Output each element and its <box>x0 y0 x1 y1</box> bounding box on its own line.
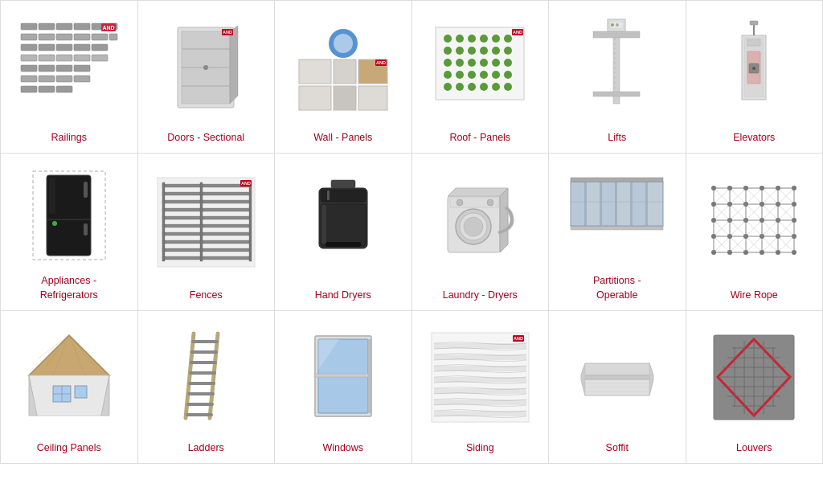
card-label-fences: Fences <box>190 289 223 303</box>
svg-rect-23 <box>39 65 55 72</box>
svg-point-82 <box>480 83 488 91</box>
svg-rect-3 <box>74 23 90 30</box>
card-image-siding: AND <box>419 321 543 435</box>
svg-rect-27 <box>39 76 55 82</box>
card-louvers[interactable]: Louvers <box>686 311 824 464</box>
card-railings[interactable]: AND Railings <box>1 1 138 154</box>
svg-point-74 <box>456 71 464 79</box>
card-partitions-operable[interactable]: Partitions - Operable <box>549 154 686 311</box>
svg-text:AND: AND <box>102 25 114 31</box>
card-label-ladders: Ladders <box>188 441 224 456</box>
card-roof-panels[interactable]: AND Roof - Panels <box>412 1 550 154</box>
svg-point-80 <box>456 83 464 91</box>
card-label-soffit: Soffit <box>606 441 629 456</box>
svg-rect-109 <box>49 178 55 214</box>
svg-point-73 <box>444 71 452 79</box>
svg-rect-114 <box>162 208 250 211</box>
svg-rect-8 <box>56 34 72 40</box>
card-image-roof-panels: AND <box>419 10 543 125</box>
svg-point-138 <box>464 217 483 236</box>
card-image-ceiling-panels <box>7 321 131 435</box>
svg-rect-122 <box>200 182 203 261</box>
svg-point-81 <box>468 83 476 91</box>
svg-point-78 <box>504 71 512 79</box>
card-image-partitions-operable <box>555 163 679 268</box>
svg-text:AND: AND <box>376 60 386 65</box>
svg-rect-146 <box>616 182 631 226</box>
svg-rect-13 <box>39 44 55 51</box>
svg-rect-123 <box>249 182 252 261</box>
svg-rect-131 <box>327 191 330 200</box>
svg-rect-130 <box>321 205 326 244</box>
svg-marker-237 <box>29 335 109 375</box>
svg-point-63 <box>468 47 476 55</box>
svg-rect-31 <box>39 86 55 92</box>
svg-rect-119 <box>162 248 250 252</box>
svg-point-72 <box>504 59 512 67</box>
svg-rect-244 <box>75 386 87 398</box>
svg-rect-100 <box>747 39 760 46</box>
svg-rect-2 <box>56 23 72 30</box>
card-label-siding: Siding <box>466 441 494 456</box>
card-image-railings: AND <box>7 10 131 125</box>
svg-point-71 <box>492 59 500 67</box>
svg-rect-145 <box>601 182 616 226</box>
svg-point-83 <box>492 83 500 91</box>
card-image-elevators <box>693 10 817 125</box>
card-lifts[interactable]: Lifts <box>549 1 686 154</box>
card-soffit[interactable]: Soffit <box>549 311 686 464</box>
card-label-doors-sectional: Doors - Sectional <box>167 131 244 145</box>
card-wire-rope[interactable]: Wire Rope <box>686 154 824 311</box>
svg-rect-26 <box>21 76 37 82</box>
svg-point-61 <box>444 47 452 55</box>
svg-text:AND: AND <box>241 181 251 186</box>
svg-rect-118 <box>162 240 250 244</box>
card-appliances-refrigerators[interactable]: Appliances - Refrigerators <box>1 154 138 311</box>
svg-rect-264 <box>368 339 371 413</box>
card-image-wall-panels: AND <box>281 10 405 125</box>
svg-point-69 <box>468 59 476 67</box>
svg-point-55 <box>444 35 452 43</box>
svg-rect-110 <box>158 178 255 267</box>
svg-rect-266 <box>434 343 526 349</box>
card-label-partitions-operable: Partitions - Operable <box>593 274 641 302</box>
svg-rect-142 <box>571 226 663 230</box>
card-windows[interactable]: Windows <box>275 311 412 464</box>
svg-rect-51 <box>358 86 387 110</box>
card-ladders[interactable]: Ladders <box>138 311 276 464</box>
card-wall-panels[interactable]: AND Wall - Panels <box>275 1 412 154</box>
svg-rect-17 <box>21 55 37 61</box>
card-elevators[interactable]: Elevators <box>686 1 824 154</box>
svg-point-79 <box>444 83 452 91</box>
svg-point-66 <box>504 47 512 55</box>
svg-marker-275 <box>581 363 653 375</box>
card-image-windows <box>281 321 405 435</box>
card-image-appliances-refrigerators <box>7 163 131 268</box>
svg-rect-0 <box>21 23 37 30</box>
card-siding[interactable]: AND Siding <box>412 311 550 464</box>
svg-rect-25 <box>74 65 90 72</box>
svg-rect-15 <box>74 44 90 51</box>
svg-rect-115 <box>162 216 250 219</box>
svg-rect-143 <box>571 182 585 226</box>
card-ceiling-panels[interactable]: Ceiling Panels <box>1 311 138 464</box>
svg-rect-132 <box>331 180 355 188</box>
card-image-doors-sectional: AND <box>145 10 268 125</box>
svg-rect-116 <box>162 224 250 227</box>
svg-marker-135 <box>500 188 508 252</box>
svg-point-141 <box>487 199 493 206</box>
svg-rect-24 <box>56 65 72 72</box>
svg-rect-270 <box>434 388 526 394</box>
svg-rect-263 <box>315 374 371 377</box>
card-fences[interactable]: AND Fences <box>138 154 276 311</box>
card-doors-sectional[interactable]: AND Doors - Sectional <box>138 1 276 154</box>
svg-point-57 <box>468 35 476 43</box>
svg-rect-107 <box>84 223 88 236</box>
card-label-laundry-dryers: Laundry - Dryers <box>443 289 518 303</box>
card-label-railings: Railings <box>51 131 87 145</box>
card-hand-dryers[interactable]: Hand Dryers <box>275 154 412 311</box>
card-image-hand-dryers <box>281 163 405 282</box>
svg-point-41 <box>203 65 208 70</box>
card-laundry-dryers[interactable]: Laundry - Dryers <box>412 154 550 311</box>
svg-rect-149 <box>571 178 663 182</box>
